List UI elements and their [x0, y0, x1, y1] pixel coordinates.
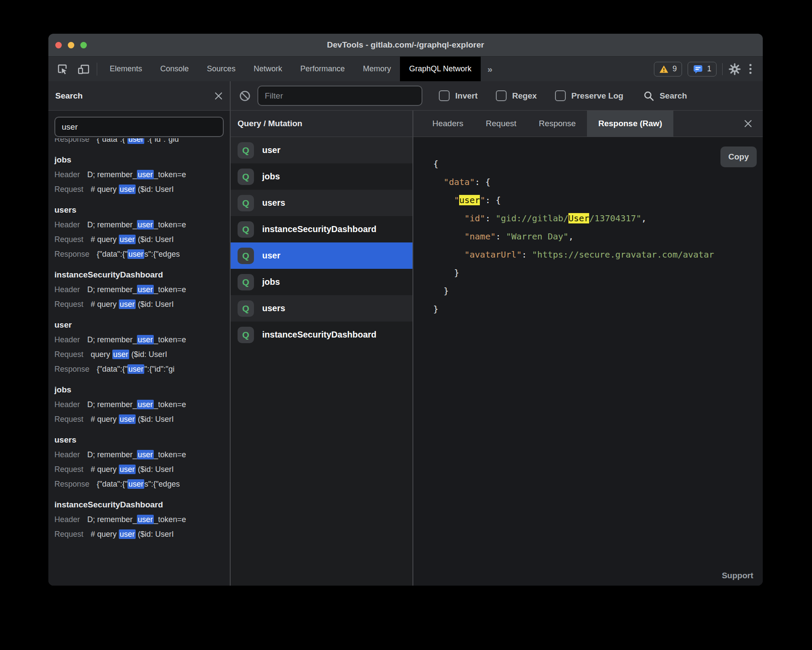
result-group-title[interactable]: instanceSecurityDashboard	[54, 497, 230, 512]
search-result-row[interactable]: HeaderD; remember_user_token=e	[54, 282, 230, 297]
search-result-group: jobsHeaderD; remember_user_token=eReques…	[54, 382, 230, 427]
search-result-row[interactable]: HeaderD; remember_user_token=e	[54, 397, 230, 412]
highlighted-match: user	[137, 285, 154, 294]
result-row-label: Request	[54, 300, 83, 309]
query-list-item[interactable]: Qusers	[231, 190, 412, 216]
search-result-row[interactable]: HeaderD; remember_user_token=e	[54, 332, 230, 347]
highlighted-match: user	[127, 249, 144, 259]
search-result-row[interactable]: Request# query user ($id: UserI	[54, 182, 230, 197]
checkbox-regex[interactable]: Regex	[496, 90, 537, 101]
tab-network[interactable]: Network	[244, 57, 291, 81]
checkbox-label: Preserve Log	[571, 91, 623, 101]
response-raw-view: Copy { "data": { "user": { "id": "gid://…	[413, 137, 763, 586]
checkbox-preserve-log[interactable]: Preserve Log	[555, 90, 623, 101]
search-result-row[interactable]: Request# query user ($id: UserI	[54, 232, 230, 247]
filter-input[interactable]	[257, 86, 422, 106]
issues-badge[interactable]: 1	[688, 62, 717, 76]
query-list-item[interactable]: Qusers	[231, 295, 412, 322]
copy-button[interactable]: Copy	[720, 147, 757, 167]
highlighted-match: user	[119, 414, 136, 424]
checkbox-label: Regex	[512, 91, 537, 101]
search-result-row[interactable]: Request# query user ($id: UserI	[54, 412, 230, 427]
close-window-button[interactable]	[55, 42, 62, 48]
detail-tab-response[interactable]: Response	[528, 111, 587, 137]
clear-log-icon[interactable]	[238, 89, 251, 102]
json-line: }	[433, 264, 763, 282]
query-list-item[interactable]: Quser	[231, 137, 412, 163]
detail-tab-response-raw[interactable]: Response (Raw)	[587, 111, 673, 137]
highlighted-match: user	[459, 195, 480, 205]
result-row-text: # query user ($id: UserI	[91, 529, 174, 539]
highlighted-match: user	[112, 350, 129, 359]
query-list-title: Query / Mutation	[238, 119, 302, 128]
more-tabs-chevron-icon[interactable]: »	[481, 64, 500, 74]
more-menu-icon[interactable]	[747, 64, 754, 74]
result-row-label: Response	[54, 138, 89, 143]
search-result-row[interactable]: Request# query user ($id: UserI	[54, 527, 230, 542]
search-result-row[interactable]: Response{"data":{"user":{"id":"gid	[54, 138, 230, 147]
result-group-title[interactable]: jobs	[54, 382, 230, 397]
search-result-row[interactable]: Response{"data":{"users":{"edges	[54, 247, 230, 261]
warnings-badge[interactable]: 9	[654, 62, 682, 76]
search-result-group: instanceSecurityDashboardHeaderD; rememb…	[54, 497, 230, 542]
query-list-item[interactable]: Qjobs	[231, 163, 412, 190]
search-panel: Search Response{"data":{"user":{"id":"gi…	[48, 81, 230, 586]
search-result-group: usersHeaderD; remember_user_token=eReque…	[54, 203, 230, 261]
json-line: "name": "Warren Day",	[433, 227, 763, 245]
result-group-title[interactable]: user	[54, 318, 230, 332]
tab-performance[interactable]: Performance	[291, 57, 354, 81]
query-list-item[interactable]: Quser	[231, 242, 412, 269]
support-link[interactable]: Support	[722, 571, 753, 580]
tab-console[interactable]: Console	[151, 57, 198, 81]
close-detail-panel-icon[interactable]	[744, 119, 752, 128]
query-list-panel: Query / Mutation QuserQjobsQusersQinstan…	[231, 111, 412, 586]
highlighted-match: user	[137, 450, 154, 459]
result-group-title[interactable]: users	[54, 203, 230, 217]
highlighted-match: user	[137, 400, 154, 409]
search-result-row[interactable]: Requestquery user ($id: UserI	[54, 347, 230, 362]
tab-elements[interactable]: Elements	[101, 57, 151, 81]
result-row-text: {"data":{"users":{"edges	[97, 479, 180, 489]
search-result-row[interactable]: HeaderD; remember_user_token=e	[54, 447, 230, 462]
result-group-title[interactable]: jobs	[54, 153, 230, 167]
search-result-row[interactable]: Response{"data":{"user":{"id":"gi	[54, 362, 230, 376]
json-line: "data": {	[433, 173, 763, 191]
checkbox-invert[interactable]: Invert	[439, 90, 478, 101]
network-search-toggle[interactable]: Search	[643, 90, 687, 102]
search-result-row[interactable]: HeaderD; remember_user_token=e	[54, 217, 230, 232]
search-result-row[interactable]: Request# query user ($id: UserI	[54, 297, 230, 312]
tab-graphql-network[interactable]: GraphQL Network	[400, 57, 480, 81]
tab-sources[interactable]: Sources	[198, 57, 244, 81]
zoom-window-button[interactable]	[80, 42, 87, 48]
detail-tab-headers[interactable]: Headers	[421, 111, 475, 137]
settings-gear-icon[interactable]	[728, 63, 741, 76]
search-result-row[interactable]: HeaderD; remember_user_token=e	[54, 167, 230, 182]
close-search-panel-icon[interactable]	[214, 92, 223, 100]
search-result-row[interactable]: Response{"data":{"users":{"edges	[54, 477, 230, 491]
search-result-group: usersHeaderD; remember_user_token=eReque…	[54, 433, 230, 491]
json-line: "avatarUrl": "https://secure.gravatar.co…	[433, 245, 763, 264]
query-list-item[interactable]: QinstanceSecurityDashboard	[231, 216, 412, 242]
result-group-title[interactable]: instanceSecurityDashboard	[54, 268, 230, 282]
query-list: QuserQjobsQusersQinstanceSecurityDashboa…	[231, 137, 412, 586]
devtools-toolbar: ElementsConsoleSourcesNetworkPerformance…	[48, 56, 763, 81]
query-name: user	[262, 251, 280, 261]
device-toolbar-icon[interactable]	[77, 63, 90, 75]
query-list-item[interactable]: Qjobs	[231, 269, 412, 295]
search-result-row[interactable]: Request# query user ($id: UserI	[54, 462, 230, 477]
tab-memory[interactable]: Memory	[354, 57, 400, 81]
search-input[interactable]	[54, 117, 224, 137]
message-bubble-icon	[693, 64, 703, 74]
search-result-row[interactable]: HeaderD; remember_user_token=e	[54, 512, 230, 527]
query-list-item[interactable]: QinstanceSecurityDashboard	[231, 322, 412, 348]
json-line: "user": {	[433, 191, 763, 209]
toolbar-divider	[97, 63, 97, 76]
inspect-element-icon[interactable]	[56, 63, 68, 75]
json-line: }	[433, 300, 763, 318]
result-row-text: D; remember_user_token=e	[87, 220, 186, 229]
minimize-window-button[interactable]	[68, 42, 74, 48]
result-row-text: # query user ($id: UserI	[91, 235, 174, 244]
detail-tab-request[interactable]: Request	[475, 111, 528, 137]
result-group-title[interactable]: users	[54, 433, 230, 447]
result-row-label: Request	[54, 465, 83, 474]
